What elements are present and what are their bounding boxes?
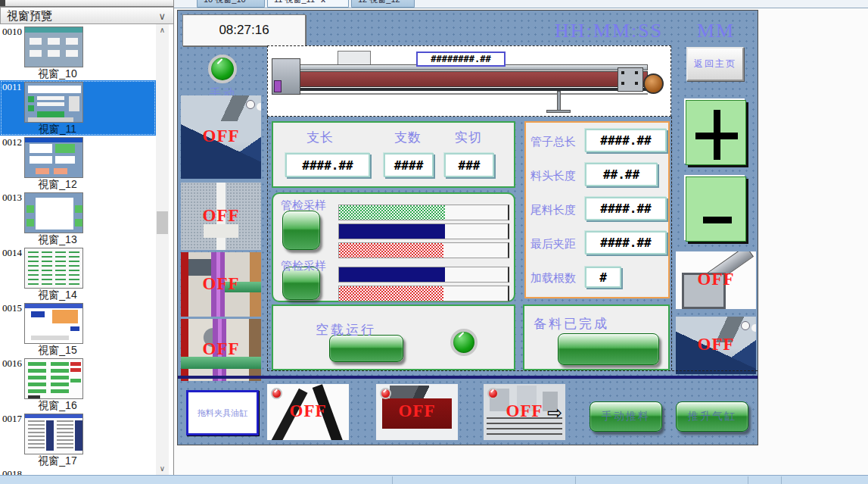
tail-length-label: 尾料长度	[530, 203, 576, 217]
conveyor-left-end	[272, 58, 300, 95]
sidebar-item-window-11[interactable]: 0011 視窗_11	[0, 80, 156, 136]
piece-count-field[interactable]: ####	[384, 153, 434, 177]
sidebar-item-window-13[interactable]: 0013 視窗_13	[0, 191, 156, 246]
window-number: 0010	[2, 26, 22, 38]
sidebar-scrollbar[interactable]: ∧ ∨	[156, 24, 169, 475]
conveyor-wheel	[643, 73, 664, 94]
scroll-up-icon[interactable]: ∧	[156, 24, 169, 36]
head-length-field[interactable]: ##.##	[585, 163, 658, 186]
piece-length-field[interactable]: ####.##	[285, 153, 370, 177]
manual-push-label: 手动推料	[602, 410, 650, 423]
sidebar-item-window-17[interactable]: 0017 視窗_17	[0, 412, 156, 467]
document-tabstrip: 10 視窗_10 11 視窗_11x 12 視窗_12	[174, 0, 868, 8]
loaded-count-field[interactable]: #	[585, 267, 621, 288]
increase-button[interactable]	[686, 100, 746, 165]
machine-off-image-3[interactable]: OFF	[181, 252, 261, 317]
window-12-thumbnail[interactable]	[24, 137, 83, 178]
head-length-value: ##.##	[603, 167, 639, 182]
window-14-thumbnail[interactable]	[24, 248, 83, 289]
cylinder-off-image[interactable]: OFF	[676, 251, 756, 309]
clock-display[interactable]: 08:27:16	[182, 14, 306, 46]
window-16-thumbnail[interactable]	[24, 358, 83, 399]
actual-cut-value: ###	[459, 158, 481, 173]
sidebar-item-window-12[interactable]: 0012 視窗_12	[0, 136, 156, 191]
last-clamp-distance-label: 最后夹距	[530, 237, 576, 251]
push-cylinder-button[interactable]: 推升气缸	[676, 401, 748, 432]
material-ready-button[interactable]	[558, 333, 659, 365]
window-15-thumbnail[interactable]	[24, 303, 83, 344]
actual-cut-field[interactable]: ###	[444, 153, 494, 177]
window-13-thumbnail[interactable]	[24, 192, 83, 233]
statusbar-separator	[575, 476, 576, 484]
scroll-down-icon[interactable]: ∨	[156, 463, 169, 475]
conveyor-stand	[557, 91, 561, 111]
conveyor-right-block	[618, 67, 643, 92]
tab-window-11[interactable]: 11 視窗_11x	[267, 0, 349, 8]
red-machine-off-image[interactable]: OFF	[376, 384, 458, 440]
machine-off-image-1[interactable]: OFF	[181, 95, 261, 179]
progress-fill-green	[339, 205, 445, 220]
chevron-down-icon[interactable]: ∨	[158, 8, 166, 24]
window-11-thumbnail[interactable]	[24, 82, 83, 123]
pipe-totals-panel: 管子总长 ####.## 料头长度 ##.## 尾料长度 ####.## 最后夹…	[524, 121, 670, 298]
pipe-total-length-field[interactable]: ####.##	[585, 129, 667, 152]
clamp-cylinder-button[interactable]: 拖料夹具油缸	[186, 390, 259, 436]
sampling-panel: 管检采样 管检采样	[272, 192, 515, 302]
last-clamp-distance-field[interactable]: ####.##	[585, 231, 667, 254]
tab-label: 12 視窗_12	[358, 0, 400, 4]
window-preview-header[interactable]: 視窗預覽 ∨	[0, 7, 174, 24]
off-label: OFF	[676, 335, 756, 354]
off-label: OFF	[676, 270, 756, 289]
scrollbar-thumb[interactable]	[157, 211, 168, 234]
progress-bar-2	[338, 223, 509, 239]
window-number: 0012	[2, 136, 22, 148]
off-label: OFF	[376, 401, 458, 421]
status-led-red	[271, 388, 282, 399]
idle-run-button[interactable]	[329, 335, 403, 362]
sidebar-item-window-10[interactable]: 0010 視窗_10	[0, 25, 156, 80]
window-17-thumbnail[interactable]	[24, 414, 83, 454]
off-label: OFF	[181, 339, 261, 359]
statusbar-separator	[748, 476, 748, 484]
machine-off-image-2[interactable]: OFF	[181, 183, 261, 250]
idle-run-label: 空载运行	[316, 321, 376, 339]
hmi-design-canvas[interactable]: 08:27:16 HH:MM:SS MM ########.##	[177, 10, 758, 445]
sidebar-item-window-18[interactable]: 0018	[0, 467, 156, 475]
machine-off-image-4[interactable]: OFF	[181, 319, 261, 381]
manual-mode-led[interactable]	[208, 55, 237, 83]
sampling-button-1[interactable]	[282, 211, 320, 250]
conveyor-length-field[interactable]: ########.##	[416, 52, 506, 67]
conveyor-body	[280, 71, 648, 87]
sidebar-item-window-14[interactable]: 0014 視窗_14	[0, 246, 156, 301]
gray-machine-off-image[interactable]: OFF ⇨	[484, 384, 565, 440]
material-ready-panel: 备料已完成	[523, 304, 670, 370]
return-home-label: 返回主页	[694, 58, 736, 70]
last-clamp-distance-value: ####.##	[600, 236, 651, 250]
selection-dash-right	[671, 117, 672, 370]
pipe-total-length-value: ####.##	[600, 133, 651, 148]
loaded-count-label: 加载根数	[530, 271, 576, 286]
statusbar-separator	[392, 476, 393, 484]
window-11-label: 視窗_11	[12, 123, 103, 136]
tab-window-10[interactable]: 10 視窗_10	[197, 0, 265, 8]
hopper-off-image[interactable]: OFF	[267, 384, 349, 440]
machine-off-image-5[interactable]: OFF	[676, 317, 756, 374]
window-10-thumbnail[interactable]	[24, 27, 83, 67]
decrease-button[interactable]	[686, 176, 746, 242]
sidebar-item-window-16[interactable]: 0016 視窗_16	[0, 357, 156, 412]
conveyor-diagram[interactable]: ########.##	[267, 45, 671, 117]
sidebar-item-window-15[interactable]: 0015 視窗_15	[0, 301, 156, 357]
window-15-label: 視窗_15	[12, 344, 103, 358]
tab-window-12[interactable]: 12 視窗_12	[351, 0, 415, 8]
head-length-label: 料头长度	[530, 169, 576, 183]
manual-push-button[interactable]: 手动推料	[590, 401, 662, 432]
window-number: 0015	[2, 302, 22, 314]
conveyor-guide-line	[280, 93, 648, 95]
tail-length-value: ####.##	[600, 201, 651, 216]
tail-length-field[interactable]: ####.##	[585, 197, 667, 220]
tab-label: 10 視窗_10	[204, 0, 246, 4]
clamp-cylinder-label: 拖料夹具油缸	[198, 407, 247, 419]
tab-close-icon[interactable]: x	[321, 0, 325, 4]
return-home-button[interactable]: 返回主页	[686, 47, 744, 81]
idle-run-led[interactable]	[450, 329, 478, 356]
